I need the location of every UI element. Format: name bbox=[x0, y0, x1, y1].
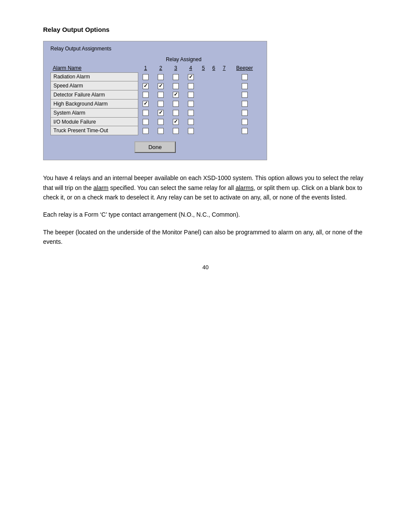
checkbox-cell[interactable] bbox=[183, 108, 198, 117]
alarm-name-cell: I/O Module Failure bbox=[51, 117, 138, 126]
col-header-5: 5 bbox=[198, 64, 209, 72]
col-header-3: 3 bbox=[168, 64, 183, 72]
beeper-cell[interactable] bbox=[229, 117, 260, 126]
checkbox-cell[interactable] bbox=[153, 126, 168, 135]
beeper-cell[interactable] bbox=[229, 81, 260, 90]
table-row: I/O Module Failure bbox=[51, 117, 260, 126]
empty-col-cell bbox=[219, 72, 229, 81]
col-header-2: 2 bbox=[153, 64, 168, 72]
empty-col-cell bbox=[198, 126, 209, 135]
alarm-name-cell: Truck Present Time-Out bbox=[51, 126, 138, 135]
checkbox-cell[interactable] bbox=[168, 90, 183, 100]
body-text-container: You have 4 relays and an internal beeper… bbox=[43, 173, 368, 246]
alarm-name-cell: System Alarm bbox=[51, 108, 138, 117]
empty-col-cell bbox=[219, 90, 229, 100]
empty-col-cell bbox=[219, 126, 229, 135]
empty-col-cell bbox=[209, 72, 219, 81]
checkbox-cell[interactable] bbox=[168, 99, 183, 108]
alarm-name-cell: Radiation Alarm bbox=[51, 72, 138, 81]
empty-col-cell bbox=[209, 90, 219, 100]
checkbox-cell[interactable] bbox=[168, 81, 183, 90]
empty-col-cell bbox=[198, 72, 209, 81]
checkbox-cell[interactable] bbox=[183, 126, 198, 135]
checkbox-cell[interactable] bbox=[138, 108, 153, 117]
alarm-name-header: Alarm Name bbox=[51, 55, 138, 72]
done-row: Done bbox=[50, 141, 260, 153]
checkbox-cell[interactable] bbox=[138, 126, 153, 135]
checkbox-cell[interactable] bbox=[153, 99, 168, 108]
table-row: Truck Present Time-Out bbox=[51, 126, 260, 135]
checkbox-cell[interactable] bbox=[153, 117, 168, 126]
col-header-4: 4 bbox=[183, 64, 198, 72]
table-row: Detector Failure Alarm bbox=[51, 90, 260, 100]
empty-col-cell bbox=[198, 117, 209, 126]
checkbox-cell[interactable] bbox=[138, 117, 153, 126]
checkbox-cell[interactable] bbox=[138, 99, 153, 108]
body-paragraph: You have 4 relays and an internal beeper… bbox=[43, 173, 368, 202]
relay-assigned-label: Relay Assigned bbox=[138, 55, 229, 64]
done-button[interactable]: Done bbox=[134, 141, 175, 153]
beeper-cell[interactable] bbox=[229, 90, 260, 100]
table-row: System Alarm bbox=[51, 108, 260, 117]
checkbox-cell[interactable] bbox=[168, 72, 183, 81]
checkbox-cell[interactable] bbox=[183, 72, 198, 81]
checkbox-cell[interactable] bbox=[168, 126, 183, 135]
table-row: Speed Alarm bbox=[51, 81, 260, 90]
checkbox-cell[interactable] bbox=[183, 90, 198, 100]
empty-col-cell bbox=[219, 108, 229, 117]
beeper-cell[interactable] bbox=[229, 99, 260, 108]
empty-col-cell bbox=[219, 117, 229, 126]
col-header-1: 1 bbox=[138, 64, 153, 72]
page-number: 40 bbox=[43, 264, 368, 271]
checkbox-cell[interactable] bbox=[138, 72, 153, 81]
beeper-cell[interactable] bbox=[229, 108, 260, 117]
checkbox-cell[interactable] bbox=[153, 72, 168, 81]
table-row: Radiation Alarm bbox=[51, 72, 260, 81]
checkbox-cell[interactable] bbox=[153, 108, 168, 117]
alarm-name-cell: High Background Alarm bbox=[51, 99, 138, 108]
empty-col-cell bbox=[209, 99, 219, 108]
empty-col-cell bbox=[219, 99, 229, 108]
checkbox-cell[interactable] bbox=[153, 81, 168, 90]
relay-output-panel: Relay Output Assignments Alarm Name Rela… bbox=[43, 41, 267, 160]
empty-col-cell bbox=[209, 117, 219, 126]
body-paragraph: The beeper (located on the underside of … bbox=[43, 227, 368, 247]
relay-table: Alarm Name Relay Assigned Beeper 1 2 3 4… bbox=[50, 55, 260, 135]
checkbox-cell[interactable] bbox=[138, 90, 153, 100]
checkbox-cell[interactable] bbox=[183, 81, 198, 90]
empty-col-cell bbox=[209, 81, 219, 90]
checkbox-cell[interactable] bbox=[183, 117, 198, 126]
table-row: High Background Alarm bbox=[51, 99, 260, 108]
beeper-cell[interactable] bbox=[229, 72, 260, 81]
empty-col-cell bbox=[209, 126, 219, 135]
beeper-header: Beeper bbox=[229, 55, 260, 72]
empty-col-cell bbox=[198, 99, 209, 108]
beeper-cell[interactable] bbox=[229, 126, 260, 135]
empty-col-cell bbox=[209, 108, 219, 117]
col-header-7: 7 bbox=[219, 64, 229, 72]
empty-col-cell bbox=[198, 90, 209, 100]
col-header-6: 6 bbox=[209, 64, 219, 72]
alarm-name-cell: Detector Failure Alarm bbox=[51, 90, 138, 100]
checkbox-cell[interactable] bbox=[168, 117, 183, 126]
alarm-name-cell: Speed Alarm bbox=[51, 81, 138, 90]
empty-col-cell bbox=[219, 81, 229, 90]
checkbox-cell[interactable] bbox=[168, 108, 183, 117]
page-title: Relay Output Options bbox=[43, 26, 368, 33]
checkbox-cell[interactable] bbox=[183, 99, 198, 108]
empty-col-cell bbox=[198, 108, 209, 117]
body-paragraph: Each relay is a Form ‘C’ type contact ar… bbox=[43, 210, 368, 219]
panel-title: Relay Output Assignments bbox=[50, 46, 260, 52]
checkbox-cell[interactable] bbox=[138, 81, 153, 90]
checkbox-cell[interactable] bbox=[153, 90, 168, 100]
empty-col-cell bbox=[198, 81, 209, 90]
